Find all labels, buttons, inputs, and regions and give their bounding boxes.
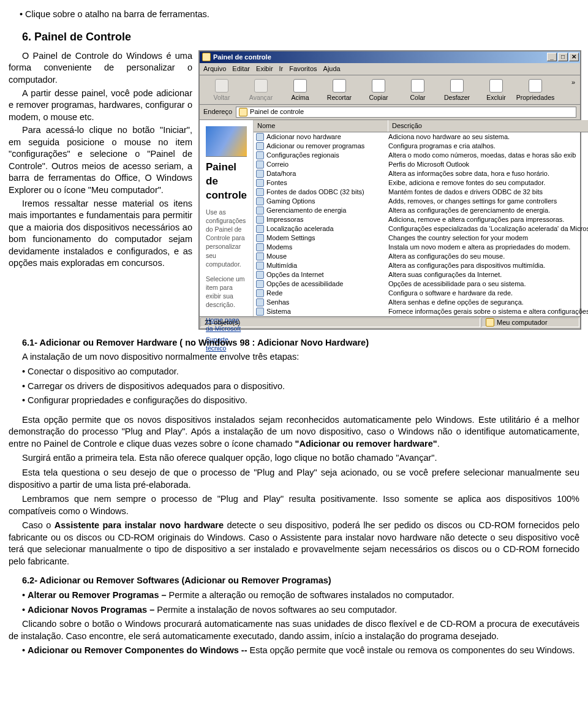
item-icon bbox=[256, 243, 264, 251]
toolbar-voltar: Voltar bbox=[202, 78, 241, 103]
list-item[interactable]: MouseAltera as configurações do seu mous… bbox=[254, 252, 588, 261]
menu-ir[interactable]: Ir bbox=[279, 64, 284, 74]
column-headers[interactable]: Nome Descrição bbox=[254, 120, 588, 132]
side-title: Painel de controle bbox=[206, 161, 247, 203]
window-titlebar[interactable]: Painel de controle _ □ ✕ bbox=[200, 51, 580, 63]
s61-bullet-2: Carregar os drivers de dispositivos adeq… bbox=[22, 381, 579, 393]
list-item[interactable]: FontesExibe, adiciona e remove fontes do… bbox=[254, 178, 588, 188]
s61-p5: Caso o Assistente para instalar novo har… bbox=[9, 520, 579, 567]
item-icon bbox=[256, 207, 264, 214]
toolbar-icon bbox=[254, 79, 268, 93]
toolbar-copiar[interactable]: Copiar bbox=[359, 78, 398, 103]
window-icon bbox=[202, 53, 211, 61]
s61-p1: Esta opção permite que os novos disposit… bbox=[9, 414, 579, 450]
item-icon bbox=[256, 234, 264, 242]
list-item[interactable]: Opções de acessibilidadeOpções de acessi… bbox=[254, 279, 588, 289]
toolbar-icon bbox=[529, 79, 542, 93]
side-hint-2: Selecione um item para exibir sua descri… bbox=[206, 275, 247, 309]
computer-icon bbox=[486, 318, 494, 327]
item-icon bbox=[256, 298, 264, 306]
s61-bullet-3: Configurar propriedades e configurações … bbox=[22, 395, 579, 407]
minimize-button[interactable]: _ bbox=[547, 53, 557, 61]
s61-p4: Lembramos que nem sempre o processo de "… bbox=[9, 493, 579, 517]
s61-p2: Surgirá então a primeira tela. Esta não … bbox=[9, 452, 579, 464]
list-item[interactable]: Gerenciamento de energiaAltera as config… bbox=[254, 206, 588, 215]
address-bar: Endereço Painel de controle bbox=[200, 105, 580, 120]
toolbar-acima[interactable]: Acima bbox=[281, 78, 320, 103]
status-count: 21 objeto(s) bbox=[200, 317, 480, 327]
menu-exibir[interactable]: Exibir bbox=[256, 64, 273, 74]
toolbar-icon bbox=[333, 79, 346, 93]
list-item[interactable]: SenhasAltera senhas e define opções de s… bbox=[254, 298, 588, 307]
list-item[interactable]: Configurações regionaisAltera o modo com… bbox=[254, 151, 588, 160]
heading-6: 6. Painel de Controle bbox=[22, 29, 579, 44]
item-icon bbox=[256, 170, 264, 178]
list-item[interactable]: ModemsInstala um novo modem e altera as … bbox=[254, 243, 588, 252]
menu-favoritos[interactable]: Favoritos bbox=[289, 64, 317, 74]
item-icon bbox=[256, 308, 264, 316]
list-item[interactable]: RedeConfigura o software e hardware da r… bbox=[254, 289, 588, 298]
list-item[interactable]: Adicionar ou remover programasConfigura … bbox=[254, 142, 588, 151]
list-item[interactable]: MultimídiaAltera as configurações para d… bbox=[254, 261, 588, 270]
menu-bar: Arquivo Editar Exibir Ir Favoritos Ajuda bbox=[200, 63, 580, 75]
col-name[interactable]: Nome bbox=[254, 120, 388, 132]
toolbar-recortar[interactable]: Recortar bbox=[320, 78, 359, 103]
side-hint-1: Use as configurações do Painel de Contro… bbox=[206, 208, 247, 268]
list-item[interactable]: Fontes de dados ODBC (32 bits)Mantém fon… bbox=[254, 188, 588, 197]
list-rows: Adicionar novo hardwareAdiciona novo har… bbox=[254, 132, 588, 316]
list-item[interactable]: ImpressorasAdiciona, remove e altera con… bbox=[254, 215, 588, 224]
s61-p3: Esta tela questiona o seu desejo de que … bbox=[9, 467, 579, 491]
item-icon bbox=[256, 161, 264, 169]
para-4: Iremos ressaltar nesse material os itens… bbox=[9, 198, 192, 270]
item-icon bbox=[256, 133, 264, 141]
toolbar-colar[interactable]: Colar bbox=[398, 78, 437, 103]
list-item[interactable]: Opções da InternetAltera suas configuraç… bbox=[254, 270, 588, 279]
para-1: O Painel de Controle do Windows é uma fo… bbox=[9, 50, 192, 86]
list-item[interactable]: Modem SettingsChanges the country select… bbox=[254, 233, 588, 243]
maximize-button[interactable]: □ bbox=[558, 53, 568, 61]
address-field[interactable]: Painel de controle bbox=[236, 107, 576, 118]
list-item[interactable]: CorreioPerfis do Microsoft Outlook bbox=[254, 160, 588, 169]
toolbar-icon bbox=[489, 79, 503, 93]
top-bullet: Clique sobre o atalho na barra de ferram… bbox=[20, 9, 579, 21]
item-icon bbox=[256, 252, 264, 260]
list-item[interactable]: Gaming OptionsAdds, removes, or changes … bbox=[254, 197, 588, 206]
s62-b3: Adicionar ou Remover Componentes do Wind… bbox=[22, 645, 579, 657]
status-bar: 21 objeto(s) Meu computador bbox=[200, 316, 580, 328]
left-description-column: O Painel de Controle do Windows é uma fo… bbox=[9, 50, 192, 271]
para-2: A partir desse painel, você pode adicion… bbox=[9, 88, 192, 124]
menu-editar[interactable]: Editar bbox=[232, 64, 250, 74]
menu-ajuda[interactable]: Ajuda bbox=[323, 64, 341, 74]
item-icon bbox=[256, 188, 264, 196]
heading-6-1: 6.1- Adicionar ou Remover Hardware ( no … bbox=[22, 338, 369, 347]
item-icon bbox=[256, 142, 264, 150]
toolbar-overflow-icon[interactable]: » bbox=[569, 78, 578, 87]
item-icon bbox=[256, 262, 264, 270]
list-item[interactable]: Localização aceleradaConfigurações espec… bbox=[254, 224, 588, 233]
item-icon bbox=[256, 271, 264, 279]
status-location-label: Meu computador bbox=[497, 318, 548, 327]
toolbar: VoltarAvançarAcimaRecortarCopiarColarDes… bbox=[200, 75, 580, 105]
item-icon bbox=[256, 280, 264, 288]
heading-6-2: 6.2- Adicionar ou Remover Softwares (Adi… bbox=[22, 575, 331, 585]
item-icon bbox=[256, 216, 264, 224]
list-item[interactable]: Data/horaAltera as informações sobre dat… bbox=[254, 169, 588, 178]
window-title: Painel de controle bbox=[213, 53, 271, 62]
address-value: Painel de controle bbox=[250, 107, 304, 116]
toolbar-propriedades[interactable]: Propriedades bbox=[516, 78, 555, 103]
list-item[interactable]: Adicionar novo hardwareAdiciona novo har… bbox=[254, 132, 588, 142]
close-button[interactable]: ✕ bbox=[569, 53, 579, 61]
address-icon bbox=[239, 108, 247, 116]
list-item[interactable]: SistemaFornece informações gerais sobre … bbox=[254, 307, 588, 316]
toolbar-icon bbox=[215, 79, 228, 93]
menu-arquivo[interactable]: Arquivo bbox=[203, 64, 226, 74]
toolbar-excluir[interactable]: Excluir bbox=[477, 78, 516, 103]
toolbar-desfazer[interactable]: Desfazer bbox=[437, 78, 477, 103]
control-panel-window: Painel de controle _ □ ✕ Arquivo Editar … bbox=[198, 50, 581, 330]
toolbar-icon bbox=[450, 79, 464, 93]
s61-intro: A instalação de um novo dispositivo norm… bbox=[22, 351, 579, 363]
col-desc[interactable]: Descrição bbox=[388, 120, 588, 132]
side-banner bbox=[206, 126, 247, 157]
s62-b2: Adicionar Novos Programas – Permite a in… bbox=[22, 604, 579, 616]
side-panel: Painel de controle Use as configurações … bbox=[200, 120, 254, 316]
